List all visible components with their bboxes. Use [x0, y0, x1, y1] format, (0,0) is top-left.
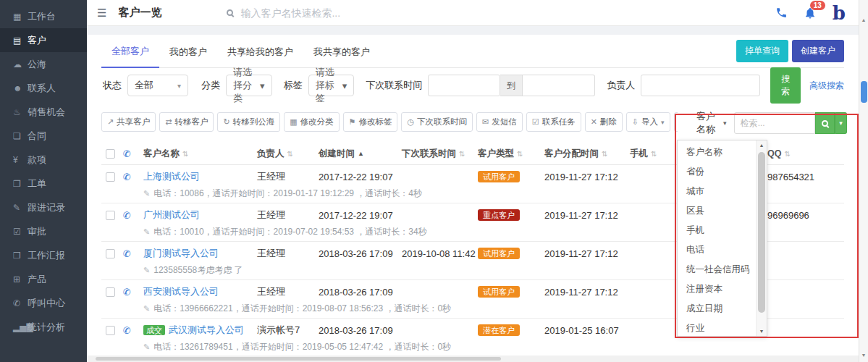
customer-type-badge: 试用客户 [478, 248, 520, 259]
transfer-to-public-pool-button[interactable]: ↻转移到公海 [217, 112, 280, 132]
transfer-customer-button[interactable]: ⇄转移客户 [159, 112, 214, 132]
dropdown-option[interactable]: 区县 [678, 201, 756, 221]
scroll-down-icon[interactable]: ▼ [757, 329, 767, 334]
sidebar-item-product[interactable]: ⊞产品 [0, 267, 87, 291]
create-customer-button[interactable]: 创建客户 [792, 40, 844, 62]
field-search-input[interactable] [734, 112, 815, 134]
collapse-sidebar-icon[interactable]: ☰ [97, 7, 106, 20]
advanced-search-link[interactable]: 高级搜索 [809, 80, 844, 92]
row-checkbox[interactable] [106, 172, 115, 182]
row-checkbox[interactable] [106, 249, 115, 258]
sidebar-item-customers[interactable]: ▤客户 [0, 28, 87, 52]
sort-icon[interactable]: ⇅ [517, 150, 523, 158]
tab-shared-to-me[interactable]: 共享给我的客户 [217, 35, 303, 67]
sort-icon[interactable]: ⇅ [602, 150, 607, 158]
created-cell: 2018-03-26 17:09 [319, 325, 402, 336]
import-button[interactable]: ⇩导入▾ [626, 112, 670, 132]
next-contact-time-button[interactable]: ◷下次联系时间 [401, 112, 473, 132]
customer-name-link[interactable]: 武汉测试导入公司 [169, 324, 244, 335]
sort-icon[interactable]: ⇅ [651, 150, 657, 158]
sidebar-item-workbench[interactable]: ▦工作台 [0, 4, 87, 28]
search-button[interactable]: 搜索 [770, 67, 801, 104]
status-select[interactable]: 全部▾ [127, 75, 188, 96]
next-contact-end-input[interactable] [523, 75, 595, 96]
tag-label: 标签 [284, 79, 303, 92]
sort-icon[interactable]: ⇅ [459, 150, 465, 158]
tag-select[interactable]: 请选择标签▾ [308, 75, 355, 96]
row-checkbox[interactable] [106, 287, 115, 297]
sidebar-item-approval[interactable]: ☑审批 [0, 219, 87, 243]
tabs-row: 全部客户 我的客户 共享给我的客户 我共享的客户 掉单查询 创建客户 [101, 35, 844, 68]
sort-icon[interactable]: ⇅ [182, 150, 188, 158]
notifications-bell-icon[interactable]: 13 [804, 7, 817, 20]
dropdown-scrollbar[interactable]: ▲ ▼ [756, 140, 767, 336]
dropdown-option[interactable]: 行业 [678, 319, 756, 336]
edit-category-button[interactable]: ▦修改分类 [284, 112, 339, 132]
customer-name-link[interactable]: 上海测试公司 [143, 171, 200, 182]
customer-name-link[interactable]: 厦门测试导入公司 [143, 248, 219, 258]
customer-name-link[interactable]: 广州测试公司 [143, 209, 200, 220]
call-icon[interactable]: ✆ [123, 210, 143, 221]
sidebar-item-contract[interactable]: ❏合同 [0, 124, 87, 148]
dropdown-option[interactable]: 统一社会信用码 [678, 260, 756, 279]
sort-icon[interactable]: ⇅ [287, 150, 293, 158]
sort-asc-icon[interactable]: ▲ [358, 150, 364, 157]
contact-task-button[interactable]: ☑联系任务 [526, 112, 581, 132]
dropdown-option[interactable]: 成立日期 [678, 299, 756, 319]
edit-tag-button[interactable]: ⚑修改标签 [343, 112, 398, 132]
sidebar-item-work-order[interactable]: ❐工单 [0, 172, 87, 195]
horizontal-scrollbar[interactable] [87, 355, 859, 362]
export-button[interactable]: ⇧导出▾ [674, 112, 678, 132]
row-checkbox[interactable] [106, 211, 115, 220]
tab-shared-by-me[interactable]: 我共享的客户 [303, 35, 380, 67]
sort-icon[interactable]: ⇅ [784, 150, 790, 158]
dropdown-option[interactable]: 手机 [678, 221, 756, 240]
sidebar-item-payment[interactable]: ¥款项 [0, 148, 87, 172]
sidebar-item-analytics[interactable]: ▂▅▇统计分析 [0, 315, 87, 339]
dropdown-option[interactable]: 客户名称 [678, 143, 756, 162]
scrollbar-thumb[interactable] [96, 357, 501, 361]
dropdown-option[interactable]: 注册资本 [678, 279, 756, 299]
call-icon[interactable]: ✆ [123, 248, 143, 259]
delete-button[interactable]: ✕删除 [585, 112, 623, 132]
field-search-button[interactable] [815, 112, 835, 134]
sidebar-item-public-pool[interactable]: ☁公海 [0, 52, 87, 76]
phone-icon[interactable] [775, 7, 788, 19]
tab-my-customers[interactable]: 我的客户 [159, 35, 217, 67]
send-sms-button[interactable]: ✉发短信 [476, 112, 523, 132]
scrollbar-thumb[interactable] [758, 152, 765, 313]
field-search-more-button[interactable]: ▾ [835, 112, 846, 134]
dropdown-option[interactable]: 电话 [678, 240, 756, 260]
sidebar-item-sales-opportunity[interactable]: ♨销售机会 [0, 100, 87, 124]
scrollbar-thumb[interactable] [861, 81, 867, 103]
scroll-up-icon[interactable]: ▲ [859, 17, 868, 22]
row-checkbox[interactable] [106, 326, 115, 335]
dropdown-option[interactable]: 省份 [678, 162, 756, 182]
dropdown-option[interactable]: 城市 [678, 182, 756, 201]
scroll-down-icon[interactable]: ▼ [859, 353, 868, 358]
approval-icon: ☑ [13, 227, 28, 237]
vertical-scrollbar[interactable]: ▲ ▼ [859, 0, 868, 362]
sales-opportunity-icon: ♨ [13, 107, 28, 117]
share-customer-button[interactable]: ↗共享客户 [101, 112, 156, 132]
dashboard-icon: ▦ [13, 12, 28, 22]
category-select[interactable]: 请选择分类▾ [226, 75, 272, 96]
call-icon[interactable]: ✆ [123, 287, 143, 298]
next-contact-start-input[interactable] [428, 75, 500, 96]
sidebar-item-followup[interactable]: ✎跟进记录 [0, 195, 87, 219]
select-all-checkbox[interactable] [106, 149, 115, 159]
next-contact-cell: 2019-10-08 11:42 [402, 248, 478, 259]
assigned-cell: 2019-01-25 16:07 [544, 325, 630, 336]
customer-name-link[interactable]: 西安测试导入公司 [143, 286, 219, 297]
quick-search-input[interactable] [240, 7, 458, 19]
search-field-selector[interactable]: 客户名称▾ [694, 112, 734, 134]
tab-all-customers[interactable]: 全部客户 [101, 35, 159, 68]
owner-input[interactable] [641, 75, 760, 96]
call-icon[interactable]: ✆ [123, 325, 143, 336]
sidebar-item-work-report[interactable]: ❒工作汇报 [0, 243, 87, 267]
sidebar-item-call-center[interactable]: ✆呼叫中心 [0, 291, 87, 315]
lost-order-query-button[interactable]: 掉单查询 [736, 40, 788, 62]
call-icon[interactable]: ✆ [123, 172, 143, 182]
scroll-up-icon[interactable]: ▲ [757, 143, 767, 148]
sidebar-item-contacts[interactable]: ☻联系人 [0, 76, 87, 100]
